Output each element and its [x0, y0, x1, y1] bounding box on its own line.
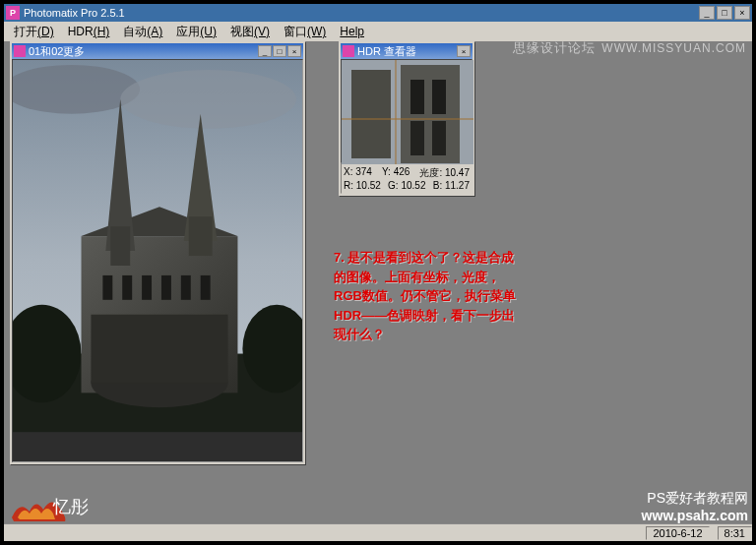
doc-minimize-button[interactable]: _	[258, 45, 272, 57]
tutorial-annotation: 7. 是不是看到这个了？这是合成的图像。上面有坐标，光度，RGB数值。仍不管它，…	[334, 248, 521, 344]
hdr-viewer-window[interactable]: HDR 查看器 × X: 374	[339, 41, 474, 196]
hdr-info-panel: X: 374 Y: 426 光度: 10.47 R: 10.52 G: 10.5…	[341, 163, 472, 194]
status-date: 2010-6-12	[646, 526, 709, 540]
main-titlebar: P Photomatix Pro 2.5.1 _ □ ×	[4, 4, 752, 22]
hdr-thumbnail	[342, 60, 473, 164]
hdr-viewer-icon	[343, 45, 354, 57]
menu-view[interactable]: 视图(V)	[224, 22, 276, 42]
app-icon: P	[6, 6, 20, 20]
svg-rect-14	[102, 275, 112, 300]
document-title: 01和02更多	[29, 44, 85, 59]
status-time: 8:31	[718, 526, 752, 540]
hdr-b: 11.27	[445, 180, 470, 191]
watermark-top: 思缘设计论坛WWW.MISSYUAN.COM	[513, 39, 746, 57]
svg-rect-23	[401, 65, 460, 163]
statusbar: 2010-6-12 8:31	[4, 523, 752, 541]
svg-rect-27	[432, 121, 446, 155]
svg-rect-15	[122, 275, 132, 300]
minimize-button[interactable]: _	[699, 6, 715, 20]
svg-rect-16	[142, 275, 152, 300]
hdr-viewer-title: HDR 查看器	[357, 44, 416, 59]
menu-hdr[interactable]: HDR(H)	[62, 23, 116, 40]
menu-help[interactable]: Help	[334, 23, 370, 40]
hdr-g: 10.52	[401, 180, 425, 191]
svg-rect-17	[161, 275, 171, 300]
svg-rect-22	[351, 70, 391, 158]
watermark-bottom-right: PS爱好者教程网 www.psahz.com	[642, 490, 748, 523]
hdr-r: 10.52	[356, 180, 381, 191]
hdr-viewer-titlebar: HDR 查看器 ×	[341, 43, 472, 59]
svg-rect-20	[13, 432, 302, 461]
watermark-bottom-left: 忆彤	[10, 490, 89, 523]
doc-close-button[interactable]: ×	[287, 45, 301, 57]
svg-rect-18	[181, 275, 191, 300]
svg-rect-13	[189, 216, 213, 256]
svg-rect-8	[91, 315, 227, 384]
doc-maximize-button[interactable]: □	[273, 45, 286, 57]
svg-rect-19	[201, 275, 211, 300]
hdr-close-button[interactable]: ×	[457, 45, 471, 57]
hdr-lum: 10.47	[445, 167, 470, 178]
document-titlebar: 01和02更多 _ □ ×	[12, 43, 303, 59]
document-icon	[14, 45, 26, 57]
svg-point-2	[120, 70, 296, 129]
close-button[interactable]: ×	[734, 6, 750, 20]
svg-rect-25	[432, 80, 446, 114]
menu-open[interactable]: 打开(D)	[8, 22, 60, 42]
svg-rect-24	[410, 80, 424, 114]
menubar: 打开(D) HDR(H) 自动(A) 应用(U) 视图(V) 窗口(W) Hel…	[4, 22, 752, 41]
cathedral-image	[13, 60, 302, 461]
menu-app[interactable]: 应用(U)	[170, 22, 222, 42]
menu-auto[interactable]: 自动(A)	[117, 22, 168, 42]
menu-window[interactable]: 窗口(W)	[278, 22, 332, 42]
svg-rect-11	[110, 226, 130, 266]
app-title: Photomatix Pro 2.5.1	[24, 7, 125, 19]
svg-rect-26	[410, 121, 424, 155]
hdr-y: 426	[394, 166, 410, 177]
hdr-x: 374	[355, 166, 372, 177]
maximize-button[interactable]: □	[717, 6, 732, 20]
mdi-workspace: 01和02更多 _ □ ×	[4, 41, 752, 523]
document-window[interactable]: 01和02更多 _ □ ×	[10, 41, 305, 464]
